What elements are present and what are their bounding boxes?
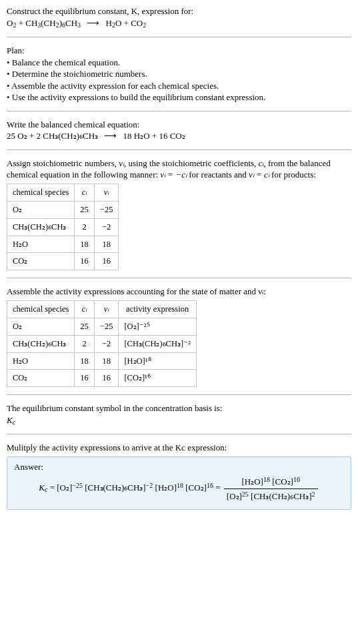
table-row: O₂ 25 −25 bbox=[7, 201, 119, 218]
cell-ci: 2 bbox=[75, 218, 95, 236]
table-header: cᵢ bbox=[75, 300, 95, 318]
answer-box: Answer: Kc = [O₂]−25 [CH₃(CH₂)₆CH₃]−2 [H… bbox=[7, 456, 351, 510]
stoich-paragraph: Assign stoichiometric numbers, νᵢ, using… bbox=[7, 157, 351, 181]
fraction: [H₂O]18 [CO₂]16 [O₂]25 [CH₃(CH₂)₆CH₃]2 bbox=[224, 475, 318, 502]
kc-symbol-block: The equilibrium constant symbol in the c… bbox=[7, 402, 351, 426]
kc-symbol: Kc bbox=[7, 414, 351, 427]
cell-species: CO₂ bbox=[7, 370, 75, 387]
answer-expression: Kc = [O₂]−25 [CH₃(CH₂)₆CH₃]−2 [H₂O]18 [C… bbox=[14, 475, 344, 502]
table-header: νᵢ bbox=[94, 184, 119, 201]
cell-ci: 16 bbox=[75, 370, 95, 387]
cell-species: H₂O bbox=[7, 352, 75, 370]
cell-nui: −2 bbox=[94, 335, 119, 352]
table-row: O₂ 25 −25 [O₂]⁻²⁵ bbox=[7, 318, 197, 335]
cell-activity: [H₂O]¹⁸ bbox=[119, 352, 197, 370]
cell-activity: [CH₃(CH₂)₆CH₃]⁻² bbox=[119, 335, 197, 352]
table-header: chemical species bbox=[7, 184, 75, 201]
cell-ci: 18 bbox=[75, 236, 95, 253]
plan-bullet: • Balance the chemical equation. bbox=[7, 57, 351, 69]
cell-nui: −2 bbox=[94, 218, 119, 236]
table-header: νᵢ bbox=[94, 300, 119, 318]
plan-bullet: • Use the activity expressions to build … bbox=[7, 91, 351, 103]
table-row: CO₂ 16 16 bbox=[7, 253, 119, 270]
cell-nui: −25 bbox=[94, 201, 119, 218]
prompt: Construct the equilibrium constant, K, e… bbox=[7, 5, 351, 29]
fraction-denominator: [O₂]25 [CH₃(CH₂)₆CH₃]2 bbox=[224, 489, 318, 503]
table-row: CH₃(CH₂)₆CH₃ 2 −2 [CH₃(CH₂)₆CH₃]⁻² bbox=[7, 335, 197, 352]
cell-ci: 18 bbox=[75, 352, 95, 370]
kc-intro-line: The equilibrium constant symbol in the c… bbox=[7, 402, 351, 414]
activity-heading: Assemble the activity expressions accoun… bbox=[7, 286, 351, 298]
plan-block: Plan: • Balance the chemical equation. •… bbox=[7, 45, 351, 103]
cell-nui: 16 bbox=[94, 370, 119, 387]
activity-table: chemical species cᵢ νᵢ activity expressi… bbox=[7, 300, 197, 387]
table-header-row: chemical species cᵢ νᵢ activity expressi… bbox=[7, 300, 197, 318]
divider bbox=[7, 394, 351, 395]
cell-species: CH₃(CH₂)₆CH₃ bbox=[7, 218, 75, 236]
cell-species: O₂ bbox=[7, 318, 75, 335]
stoichiometric-table: chemical species cᵢ νᵢ O₂ 25 −25 CH₃(CH₂… bbox=[7, 184, 119, 270]
balanced-heading: Write the balanced chemical equation: bbox=[7, 119, 351, 131]
plan-bullet: • Determine the stoichiometric numbers. bbox=[7, 68, 351, 80]
prompt-reaction: O2 + CH3(CH2)6CH3 ⟶ H2O + CO2 bbox=[7, 18, 146, 28]
multiply-line: Mulitply the activity expressions to arr… bbox=[7, 442, 351, 454]
table-row: CH₃(CH₂)₆CH₃ 2 −2 bbox=[7, 218, 119, 236]
balanced-block: Write the balanced chemical equation: 25… bbox=[7, 119, 351, 142]
cell-species: H₂O bbox=[7, 236, 75, 253]
cell-activity: [CO₂]¹⁶ bbox=[119, 370, 197, 387]
table-header-row: chemical species cᵢ νᵢ bbox=[7, 184, 119, 201]
table-header: activity expression bbox=[119, 300, 197, 318]
cell-nui: 16 bbox=[94, 253, 119, 270]
table-row: H₂O 18 18 [H₂O]¹⁸ bbox=[7, 352, 197, 370]
cell-species: CH₃(CH₂)₆CH₃ bbox=[7, 335, 75, 352]
cell-nui: −25 bbox=[94, 318, 119, 335]
balanced-equation: 25 O₂ + 2 CH₃(CH₂)₆CH₃ ⟶ 18 H₂O + 16 CO₂ bbox=[7, 130, 351, 142]
table-header: cᵢ bbox=[75, 184, 95, 201]
table-header: chemical species bbox=[7, 300, 75, 318]
cell-ci: 2 bbox=[75, 335, 95, 352]
cell-species: CO₂ bbox=[7, 253, 75, 270]
prompt-title: Construct the equilibrium constant, K, e… bbox=[7, 6, 193, 16]
divider bbox=[7, 111, 351, 111]
cell-activity: [O₂]⁻²⁵ bbox=[119, 318, 197, 335]
cell-ci: 25 bbox=[75, 201, 95, 218]
cell-nui: 18 bbox=[94, 352, 119, 370]
divider bbox=[7, 149, 351, 150]
cell-nui: 18 bbox=[94, 236, 119, 253]
divider bbox=[7, 434, 351, 434]
table-row: H₂O 18 18 bbox=[7, 236, 119, 253]
divider bbox=[7, 278, 351, 278]
plan-heading: Plan: bbox=[7, 45, 351, 57]
cell-ci: 16 bbox=[75, 253, 95, 270]
fraction-numerator: [H₂O]18 [CO₂]16 bbox=[224, 475, 318, 489]
cell-species: O₂ bbox=[7, 201, 75, 218]
reaction-arrow: ⟶ bbox=[83, 18, 103, 28]
answer-label: Answer: bbox=[14, 461, 344, 473]
plan-bullet: • Assemble the activity expression for e… bbox=[7, 80, 351, 92]
cell-ci: 25 bbox=[75, 318, 95, 335]
table-row: CO₂ 16 16 [CO₂]¹⁶ bbox=[7, 370, 197, 387]
divider bbox=[7, 37, 351, 37]
